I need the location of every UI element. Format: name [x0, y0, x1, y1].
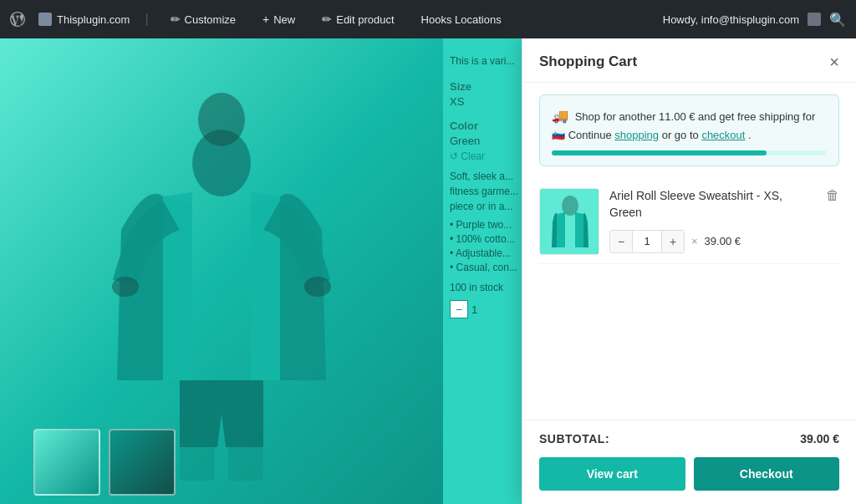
- bullet-item: 100% cotto...: [450, 233, 532, 245]
- qty-decrease-btn[interactable]: −: [450, 300, 468, 318]
- bullet-list: Purple two... 100% cotto... Adjustable..…: [450, 219, 532, 273]
- subtotal-label: SUBTOTAL:: [539, 432, 609, 445]
- qty-value: 1: [471, 303, 477, 316]
- admin-bar: Thisplugin.com | ✏ Customize + New ✏ Edi…: [0, 0, 856, 38]
- cart-item-info: Ariel Roll Sleeve Sweatshirt - XS, Green…: [609, 188, 816, 252]
- edit-product-btn[interactable]: ✏ Edit product: [315, 9, 400, 29]
- bullet-item: Adjustable...: [450, 247, 532, 259]
- svg-point-1: [198, 93, 245, 146]
- thumbnails: [33, 429, 176, 496]
- wordpress-icon[interactable]: [10, 12, 25, 27]
- view-cart-btn[interactable]: View cart: [539, 457, 685, 491]
- cart-item-svg: [540, 189, 599, 255]
- subtotal-row: SUBTOTAL: 39.00 €: [539, 432, 839, 445]
- qty-input[interactable]: [632, 231, 662, 252]
- user-avatar[interactable]: [808, 13, 821, 26]
- shipping-message: Shop for another 11.00 € and get free sh…: [575, 110, 816, 123]
- thumbnail-1[interactable]: [33, 429, 100, 496]
- size-label: Size: [450, 80, 532, 93]
- subtotal-value: 39.00 €: [800, 432, 839, 445]
- shipping-progress-fill: [552, 150, 767, 155]
- or-text: or go to: [662, 129, 702, 141]
- cart-footer: SUBTOTAL: 39.00 € View cart Checkout: [522, 420, 856, 504]
- product-description: Soft, sleek a...fitness garme...piece or…: [450, 169, 532, 214]
- svg-rect-5: [228, 447, 263, 481]
- close-cart-btn[interactable]: ×: [829, 53, 839, 70]
- color-label: Color: [450, 120, 532, 132]
- shipping-flag: 🇸🇮: [552, 129, 568, 141]
- qty-control: − +: [609, 230, 685, 253]
- new-btn[interactable]: + New: [256, 9, 302, 29]
- qty-plus-btn[interactable]: +: [662, 231, 684, 252]
- svg-point-7: [562, 196, 578, 216]
- svg-rect-4: [180, 447, 215, 481]
- truck-icon: 🚚: [552, 109, 568, 123]
- edit-product-label: Edit product: [336, 13, 394, 26]
- qty-minus-btn[interactable]: −: [610, 231, 632, 252]
- main-content: This is a vari... Size XS Color Green ↺ …: [0, 38, 856, 504]
- howdy-text: Howdy, info@thisplugin.com: [663, 13, 799, 26]
- variant-note: This is a vari...: [450, 53, 532, 69]
- qty-price: 39.00 €: [705, 235, 741, 247]
- cart-item-image: [539, 188, 599, 255]
- cart-item: Ariel Roll Sleeve Sweatshirt - XS, Green…: [539, 180, 839, 264]
- edit-icon: ✏: [322, 13, 332, 26]
- checkout-link[interactable]: checkout: [701, 129, 745, 141]
- qty-multiply: ×: [691, 235, 698, 247]
- site-name[interactable]: Thisplugin.com: [57, 13, 130, 26]
- cart-item-name: Ariel Roll Sleeve Sweatshirt - XS, Green: [609, 188, 816, 221]
- plus-icon: +: [262, 13, 269, 26]
- product-model-svg: [79, 63, 364, 481]
- thumbnail-2[interactable]: [109, 429, 176, 496]
- hooks-locations-btn[interactable]: Hooks Locations: [415, 10, 508, 29]
- new-label: New: [273, 13, 295, 26]
- size-value: XS: [450, 95, 532, 108]
- shipping-progress-bar: [552, 150, 827, 155]
- shipping-banner: 🚚 Shop for another 11.00 € and get free …: [539, 94, 839, 166]
- cart-header: Shopping Cart ×: [522, 38, 856, 83]
- svg-point-2: [112, 277, 139, 297]
- qty-row: − 1: [450, 300, 532, 318]
- search-icon[interactable]: 🔍: [829, 12, 846, 28]
- bullet-item: Casual, con...: [450, 262, 532, 273]
- site-icon: [38, 13, 52, 26]
- bullet-item: Purple two...: [450, 219, 532, 231]
- cart-actions: View cart Checkout: [539, 457, 839, 491]
- site-link[interactable]: Thisplugin.com: [38, 13, 130, 26]
- svg-point-3: [304, 277, 331, 297]
- clear-btn[interactable]: ↺ Clear: [450, 150, 532, 162]
- delete-item-btn[interactable]: 🗑: [826, 188, 839, 203]
- stock-info: 100 in stock: [450, 282, 532, 293]
- cart-item-qty-row: − + × 39.00 €: [609, 230, 816, 253]
- shopping-link[interactable]: shopping: [614, 129, 659, 141]
- shipping-continue-text: Continue: [568, 129, 615, 141]
- pencil-icon: ✏: [171, 13, 181, 26]
- admin-bar-right: Howdy, info@thisplugin.com 🔍: [663, 12, 846, 28]
- checkout-btn[interactable]: Checkout: [694, 457, 840, 491]
- cart-panel: Shopping Cart × 🚚 Shop for another 11.00…: [522, 38, 856, 504]
- hooks-locations-label: Hooks Locations: [421, 13, 502, 26]
- cart-body[interactable]: 🚚 Shop for another 11.00 € and get free …: [522, 83, 856, 420]
- cart-title: Shopping Cart: [539, 53, 637, 70]
- customize-label: Customize: [185, 13, 236, 26]
- color-value: Green: [450, 135, 532, 147]
- cart-item-image-inner: [540, 189, 599, 254]
- customize-btn[interactable]: ✏ Customize: [164, 9, 242, 29]
